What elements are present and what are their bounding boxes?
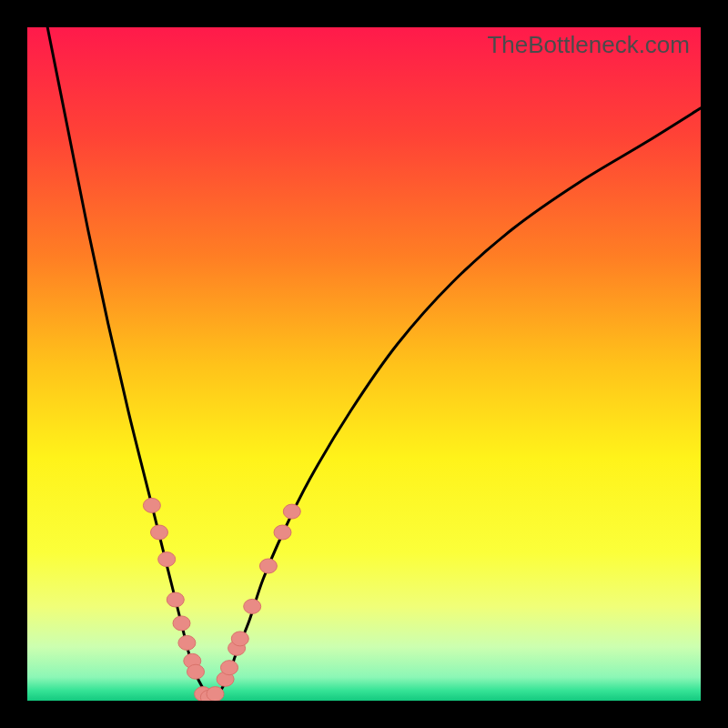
data-marker [158, 552, 176, 567]
data-marker [167, 592, 184, 607]
plot-area: TheBottleneck.com [27, 27, 701, 701]
data-marker [187, 664, 205, 679]
data-marker [151, 525, 168, 540]
data-marker [259, 559, 277, 573]
data-marker [178, 635, 196, 650]
data-marker [274, 525, 291, 540]
data-marker [231, 632, 248, 646]
data-marker [244, 599, 261, 613]
chart-frame: TheBottleneck.com [0, 0, 728, 728]
bottleneck-curve [47, 27, 701, 699]
data-marker [207, 687, 224, 701]
data-marker [143, 498, 160, 512]
marker-group [143, 498, 300, 701]
curve-layer [27, 27, 701, 701]
data-marker [173, 616, 190, 631]
data-marker [221, 661, 238, 675]
data-marker [283, 504, 300, 519]
